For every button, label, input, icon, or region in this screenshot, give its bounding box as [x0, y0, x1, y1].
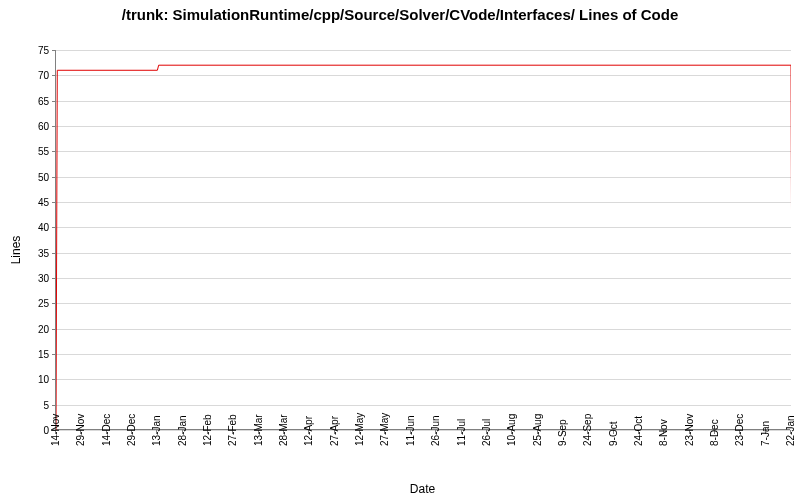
chart-container: /trunk: SimulationRuntime/cpp/Source/Sol…	[0, 0, 800, 500]
y-tick-label: 45	[0, 197, 49, 208]
x-tick-label: 8-Dec	[708, 436, 719, 446]
x-tick-label: 23-Nov	[683, 436, 694, 446]
x-tick-label: 10-Aug	[506, 436, 517, 446]
y-tick-label: 15	[0, 349, 49, 360]
chart-title: /trunk: SimulationRuntime/cpp/Source/Sol…	[0, 6, 800, 25]
x-tick-label: 28-Mar	[278, 436, 289, 446]
y-tick-mark	[52, 126, 56, 127]
y-tick-mark	[52, 354, 56, 355]
x-tick-label: 12-Feb	[202, 436, 213, 446]
y-tick-mark	[52, 101, 56, 102]
y-tick-label: 25	[0, 298, 49, 309]
x-tick-label: 12-May	[354, 436, 365, 446]
x-tick-label: 11-Jun	[404, 436, 415, 446]
series-line	[56, 65, 791, 430]
x-tick-label: 28-Jan	[176, 436, 187, 446]
y-tick-label: 30	[0, 273, 49, 284]
x-tick-label: 26-Jun	[430, 436, 441, 446]
y-tick-mark	[52, 303, 56, 304]
y-axis-ticks: 051015202530354045505560657075	[0, 50, 55, 430]
x-tick-label: 9-Oct	[607, 436, 618, 446]
y-tick-label: 65	[0, 95, 49, 106]
x-tick-label: 24-Oct	[632, 436, 643, 446]
y-tick-label: 20	[0, 323, 49, 334]
y-tick-mark	[52, 278, 56, 279]
x-tick-label: 12-Apr	[303, 436, 314, 446]
x-tick-label: 25-Aug	[531, 436, 542, 446]
x-tick-label: 7-Jan	[759, 436, 770, 446]
x-tick-label: 22-Jan	[785, 436, 796, 446]
x-tick-label: 27-Apr	[328, 436, 339, 446]
x-tick-label: 23-Dec	[734, 436, 745, 446]
x-tick-label: 26-Jul	[480, 436, 491, 446]
x-tick-label: 13-Mar	[252, 436, 263, 446]
x-tick-label: 13-Jan	[151, 436, 162, 446]
x-axis-label: Date	[55, 482, 790, 496]
x-tick-label: 29-Nov	[75, 436, 86, 446]
x-tick-label: 14-Nov	[50, 436, 61, 446]
y-tick-label: 5	[0, 399, 49, 410]
y-tick-label: 40	[0, 222, 49, 233]
y-tick-label: 50	[0, 171, 49, 182]
x-tick-label: 8-Nov	[658, 436, 669, 446]
y-tick-label: 70	[0, 70, 49, 81]
x-tick-label: 29-Dec	[126, 436, 137, 446]
x-tick-label: 24-Sep	[582, 436, 593, 446]
y-tick-mark	[52, 379, 56, 380]
y-tick-label: 35	[0, 247, 49, 258]
y-tick-label: 0	[0, 425, 49, 436]
y-tick-mark	[52, 202, 56, 203]
y-tick-label: 60	[0, 121, 49, 132]
y-tick-mark	[52, 177, 56, 178]
y-tick-mark	[52, 227, 56, 228]
x-tick-label: 11-Jul	[455, 436, 466, 446]
y-tick-mark	[52, 329, 56, 330]
x-tick-label: 9-Sep	[556, 436, 567, 446]
y-tick-mark	[52, 253, 56, 254]
x-tick-label: 14-Dec	[100, 436, 111, 446]
y-tick-mark	[52, 405, 56, 406]
y-tick-mark	[52, 151, 56, 152]
line-series-layer	[56, 50, 791, 430]
x-tick-label: 27-May	[379, 436, 390, 446]
x-axis-ticks: 14-Nov29-Nov14-Dec29-Dec13-Jan28-Jan12-F…	[55, 430, 790, 490]
x-tick-label: 27-Feb	[227, 436, 238, 446]
plot-area	[55, 50, 790, 430]
y-tick-label: 75	[0, 45, 49, 56]
y-tick-label: 10	[0, 374, 49, 385]
y-tick-label: 55	[0, 146, 49, 157]
y-tick-mark	[52, 50, 56, 51]
y-tick-mark	[52, 75, 56, 76]
